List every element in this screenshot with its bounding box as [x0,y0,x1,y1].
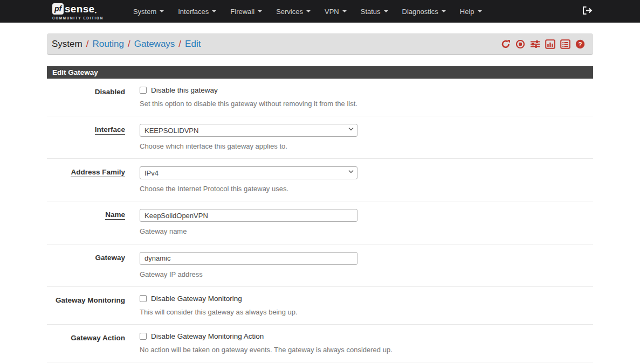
form-row-interface: Interface KEEPSOLIDVPN Choose which inte… [47,116,593,159]
gateway-input[interactable] [140,252,357,265]
sliders-icon[interactable] [530,39,540,49]
help-text: This will consider this gateway as alway… [140,307,588,318]
help-circle-icon[interactable]: ? [575,39,585,49]
menu-diagnostics[interactable]: Diagnostics [395,4,453,19]
menu-vpn[interactable]: VPN [318,4,354,19]
breadcrumb-separator: / [178,39,181,50]
disable-gateway-action-checkbox[interactable] [140,333,147,340]
interface-select-wrap: KEEPSOLIDVPN [140,124,357,137]
registered-mark: ● [94,11,97,14]
field-label-interface: Interface [47,124,125,152]
dot-circle-icon[interactable] [515,39,525,49]
sense-logo-text: sense [65,3,94,15]
menu-interfaces[interactable]: Interfaces [171,4,223,19]
chevron-down-icon [384,10,388,12]
field-label-address-family: Address Family [47,166,125,194]
interface-select[interactable]: KEEPSOLIDVPN [140,124,357,137]
help-text: Gateway name [140,226,588,237]
panel-title: Edit Gateway [47,66,593,79]
field-label-name: Name [47,209,125,237]
field-label-gateway-action: Gateway Action [47,332,125,355]
form-row-disabled: Disabled Disable this gateway Set this o… [47,79,593,116]
chevron-down-icon [160,10,164,12]
sign-out-icon [582,6,593,17]
name-input[interactable] [140,209,357,222]
edit-gateway-panel: Edit Gateway Disabled Disable this gatew… [47,66,593,364]
bar-chart-icon[interactable] [545,39,555,49]
menu-status[interactable]: Status [354,4,395,19]
top-navbar: pf sense ● COMMUNITY EDITION System Inte… [0,0,640,23]
checkbox-label: Disable Gateway Monitoring Action [151,332,264,340]
form-row-address-family: Address Family IPv4 Choose the Internet … [47,159,593,201]
breadcrumb-system: System [52,39,82,50]
menu-firewall[interactable]: Firewall [223,4,269,19]
help-text: Choose the Internet Protocol this gatewa… [140,184,588,194]
help-text: No action will be taken on gateway event… [140,345,588,355]
breadcrumb-bar: System / Routing / Gateways / Edit [47,33,593,54]
chevron-down-icon [212,10,216,12]
form-row-gateway: Gateway Gateway IP address [47,244,593,287]
breadcrumb-edit[interactable]: Edit [185,39,201,50]
menu-services[interactable]: Services [269,4,318,19]
breadcrumb: System / Routing / Gateways / Edit [52,39,201,50]
chevron-down-icon [306,10,311,12]
chevron-down-icon [478,10,482,12]
form-row-name: Name Gateway name [47,201,593,244]
community-edition-label: COMMUNITY EDITION [52,16,104,20]
refresh-icon[interactable] [501,39,511,49]
logout-button[interactable] [582,6,593,17]
field-label-disabled: Disabled [47,86,125,109]
main-menu: System Interfaces Firewall Services VPN … [126,4,582,19]
menu-help[interactable]: Help [453,4,489,19]
form-row-gateway-monitoring: Gateway Monitoring Disable Gateway Monit… [47,287,593,325]
breadcrumb-separator: / [128,39,130,50]
form-row-gateway-action: Gateway Action Disable Gateway Monitorin… [47,325,593,362]
pf-logo-box: pf [52,3,64,15]
chevron-down-icon [258,10,262,12]
menu-system[interactable]: System [126,4,171,19]
chevron-down-icon [342,10,347,12]
field-label-gateway: Gateway [47,252,125,280]
help-text: Set this option to disable this gateway … [140,99,588,109]
breadcrumb-routing[interactable]: Routing [92,39,124,50]
help-text: Choose which interface this gateway appl… [140,141,588,152]
breadcrumb-separator: / [86,39,89,50]
pfsense-logo[interactable]: pf sense ● COMMUNITY EDITION [52,3,104,20]
breadcrumb-gateways[interactable]: Gateways [134,39,175,50]
log-list-icon[interactable] [560,39,570,49]
svg-text:?: ? [578,41,582,47]
checkbox-label: Disable Gateway Monitoring [151,295,242,303]
disable-gateway-checkbox[interactable] [140,87,147,94]
help-text: Gateway IP address [140,269,588,280]
field-label-gateway-monitoring: Gateway Monitoring [47,295,125,318]
disable-gateway-monitoring-checkbox[interactable] [140,295,147,302]
checkbox-label: Disable this gateway [151,86,218,94]
chevron-down-icon [442,10,446,12]
address-family-select[interactable]: IPv4 [140,166,357,179]
address-family-select-wrap: IPv4 [140,166,357,179]
